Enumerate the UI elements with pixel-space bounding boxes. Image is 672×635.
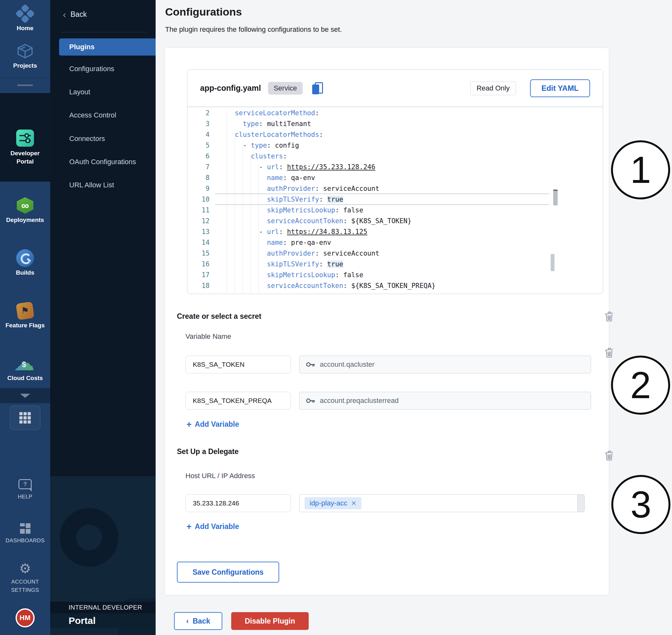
page-title: Configurations [165,6,242,18]
sidebar-item-help[interactable]: ? HELP [0,477,50,501]
page-subtitle: The plugin requires the following config… [165,25,342,34]
code-line: 3 type: multiTenant [187,118,603,129]
sidebar-item-label: HELP [0,491,50,501]
save-configurations-button[interactable]: Save Configurations [177,562,279,583]
code-line: 11 skipMetricsLookup: false [187,205,603,216]
scrollbar-thumb[interactable] [553,190,558,205]
yaml-editor-header: app-config.yaml Service Read Only Edit Y… [187,69,603,107]
chat-question-icon: ? [0,477,50,491]
annotation-badge-1: 1 [611,140,670,199]
code-line: 9 authProvider: serviceAccount [187,183,603,194]
indent-guide [259,165,259,292]
add-variable-button[interactable]: + Add Variable [187,420,239,429]
nav-item-plugins[interactable]: Plugins [59,38,156,56]
sidebar-item-home[interactable]: Home [0,4,50,32]
back-nav[interactable]: ‹ Back [63,10,87,19]
sidebar-item-label: ACCOUNT SETTINGS [0,576,50,594]
user-avatar[interactable]: HM [16,608,35,627]
delete-row-button[interactable] [604,347,615,359]
yaml-editor-card: app-config.yaml Service Read Only Edit Y… [187,69,603,294]
nav-item-oauth-configurations[interactable]: OAuth Configurations [69,158,152,166]
sidebar-item-deployments[interactable]: ∞ Deployments [0,196,50,224]
code-line: 10 skipTLSVerify: true [187,194,603,205]
sidebar-item-label: Builds [0,267,50,277]
pipeline-circle-icon [0,249,50,267]
sidebar-item-label: Feature Flags [0,320,50,330]
input-scroll-cap [577,495,584,512]
nav-item-url-allow-list[interactable]: URL Allow List [69,181,152,189]
primary-sidebar: Home Projects Developer Portal ∞ Deploym… [0,0,50,635]
copy-icon[interactable] [311,82,323,95]
code-line: 6 clusters: [187,151,603,161]
cube-icon [0,42,50,60]
sidebar-item-feature-flags[interactable]: ⚑ Feature Flags [0,302,50,330]
code-line: 14 name: pre-qa-env [187,237,603,248]
code-line: 7 - url: https://35.233.128.246 [187,161,603,172]
chevron-left-icon: ‹ [186,617,189,625]
app-root: Home Projects Developer Portal ∞ Deploym… [0,0,672,635]
sliders-icon [0,128,50,148]
sidebar-divider-handle[interactable] [0,78,50,93]
indent-guide [251,154,251,292]
cloud-dollar-icon: ☁$ [0,354,50,373]
variable-name-input[interactable] [186,356,291,373]
delegate-section-heading: Set Up a Delegate [177,447,239,456]
add-variable-label: Add Variable [195,420,239,429]
host-url-input[interactable] [186,494,291,512]
code-line: 16 skipTLSVerify: true [187,259,603,269]
nav-item-access-control[interactable]: Access Control [69,111,152,119]
grid-icon [19,412,31,423]
main-content: Configurations The plugin requires the f… [156,0,672,635]
tiles-icon [0,521,50,535]
divider [61,32,147,32]
flag-icon: ⚑ [0,302,50,320]
back-button[interactable]: ‹ Back [174,612,222,630]
sidebar-collapse-strip[interactable] [0,388,50,403]
module-grid-button[interactable] [10,406,40,430]
nav-item-configurations[interactable]: Configurations [69,65,152,73]
sidebar-item-projects[interactable]: Projects [0,42,50,70]
portal-kicker: INTERNAL DEVELOPER [50,602,156,613]
sidebar-item-label: Projects [0,60,50,70]
hexagon-infinity-icon: ∞ [0,196,50,215]
sidebar-item-label: DASHBOARDS [0,535,50,545]
edit-yaml-button[interactable]: Edit YAML [530,79,590,97]
sidebar-item-account-settings[interactable]: ⚙ ACCOUNT SETTINGS [0,561,50,594]
delete-row-button[interactable] [604,311,615,323]
sidebar-item-label: Deployments [0,215,50,224]
yaml-code-area[interactable]: 1kubernetes:2 serviceLocatorMethod:3 typ… [187,107,603,294]
disable-plugin-button[interactable]: Disable Plugin [231,612,309,630]
read-only-badge: Read Only [470,81,516,95]
sidebar-item-cloud-costs[interactable]: ☁$ Cloud Costs [0,354,50,382]
secret-select[interactable]: account.preqaclusterread [299,392,591,410]
back-button-label: Back [193,617,210,625]
delegate-tag-input[interactable]: idp-play-acc ✕ [299,494,585,512]
code-line: 4 clusterLocatorMethods: [187,129,603,140]
remove-tag-icon[interactable]: ✕ [351,499,356,507]
nav-item-connectors[interactable]: Connectors [69,135,152,143]
annotation-badge-2: 2 [611,356,670,415]
indent-guide [227,111,227,292]
secrets-section-heading: Create or select a secret [177,312,261,321]
code-line: 18 serviceAccountToken: ${K8S_SA_TOKEN_P… [187,280,603,291]
delete-row-button[interactable] [604,450,615,462]
chevron-down-icon [20,394,30,398]
configurations-card: app-config.yaml Service Read Only Edit Y… [165,48,609,595]
gear-icon: ⚙ [0,561,50,576]
sidebar-item-dashboards[interactable]: DASHBOARDS [0,521,50,545]
back-nav-label: Back [70,10,87,19]
secondary-sidebar: ‹ Back Plugins Configurations Layout Acc… [50,0,156,635]
code-line: 12 serviceAccountToken: ${K8S_SA_TOKEN} [187,216,603,226]
sidebar-item-label: Home [0,23,50,32]
nav-item-layout[interactable]: Layout [69,88,152,96]
add-variable-button[interactable]: + Add Variable [187,522,239,531]
code-line: 13 - url: https://34.83.13.125 [187,226,603,237]
scrollbar-thumb[interactable] [551,254,555,271]
sidebar-item-builds[interactable]: Builds [0,249,50,277]
secret-select[interactable]: account.qacluster [299,356,591,373]
key-icon [306,360,316,369]
plus-icon: + [187,523,192,530]
sidebar-item-developer-portal[interactable]: Developer Portal [0,128,50,166]
service-badge: Service [268,82,303,95]
variable-name-input[interactable] [186,392,291,410]
